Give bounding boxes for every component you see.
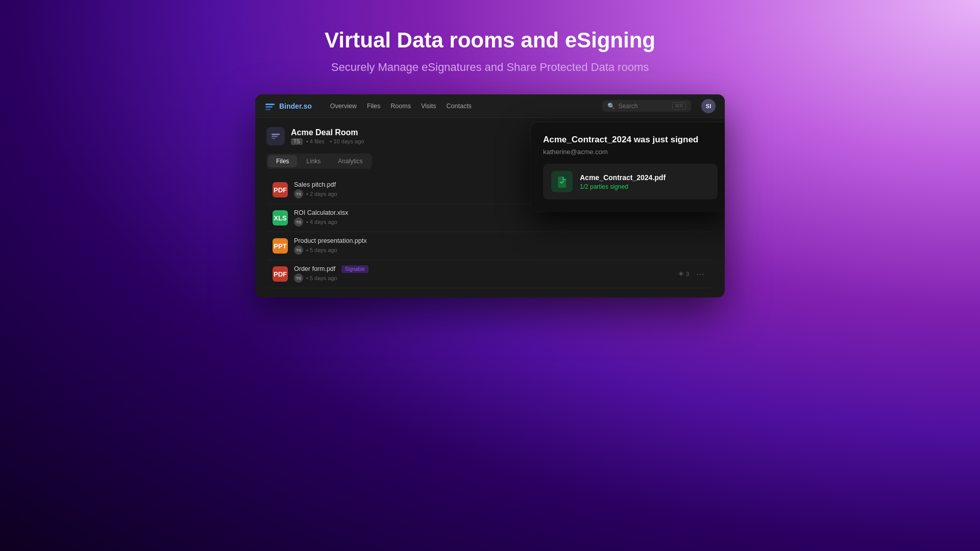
tab-files[interactable]: Files [268,155,297,167]
nav-links: Overview Files Rooms Visits Contacts [326,101,593,112]
nav-avatar[interactable]: SI [701,99,716,113]
nav-bar: Binder.so Overview Files Rooms Visits Co… [255,94,725,118]
nav-contacts[interactable]: Contacts [443,101,476,112]
file-item-signable[interactable]: PDF Order form.pdf Signable TS • 5 days … [266,260,714,288]
pdf-icon: PDF [273,266,288,282]
room-details: Acme Deal Room TS • 4 files • 10 days ag… [291,128,368,144]
notif-file-status: 1/2 parties signed [580,183,666,190]
room-meta: TS • 4 files • 10 days ago [291,138,368,144]
page-subtitle: Securely Manage eSignatures and Share Pr… [331,61,649,74]
nav-files[interactable]: Files [363,101,384,112]
room-icon [266,127,285,145]
room-ts-badge: TS [291,138,303,145]
search-input[interactable] [618,103,669,110]
xlsx-icon: XLS [273,210,288,226]
svg-rect-1 [265,106,273,108]
pptx-icon: PPT [273,238,288,254]
svg-rect-3 [272,134,280,135]
file-time: • 5 days ago [306,247,337,253]
tab-links[interactable]: Links [298,155,329,167]
svg-rect-0 [265,104,275,105]
room-ago: • 10 days ago [330,138,366,144]
nav-search-box[interactable]: 🔍 ⌘K [602,100,691,112]
more-options-button[interactable]: ⋯ [693,268,707,280]
notif-file-info: Acme_Contract_2024.pdf 1/2 parties signe… [580,173,666,190]
notification-email: katherine@acme.com [543,148,718,156]
ts-badge: TS [294,189,303,198]
file-time: • 5 days ago [306,275,337,281]
file-meta: TS • 4 days ago [294,217,707,227]
notif-file-name: Acme_Contract_2024.pdf [580,173,666,182]
file-name: Order form.pdf Signable [294,265,678,272]
file-actions: 👁 3 ⋯ [678,268,707,280]
search-icon: 🔍 [607,103,615,110]
room-files: • 4 files [306,138,327,144]
notification-file-card[interactable]: Acme_Contract_2024.pdf 1/2 parties signe… [543,164,718,199]
nav-rooms[interactable]: Rooms [386,101,415,112]
svg-rect-2 [265,109,271,110]
svg-rect-4 [272,136,278,137]
search-kbd: ⌘K [672,102,686,110]
app-window: Binder.so Overview Files Rooms Visits Co… [255,94,725,297]
page-title: Virtual Data rooms and eSigning [325,28,655,53]
signable-badge: Signable [341,265,369,273]
pdf-icon: PDF [273,182,288,197]
logo-area[interactable]: Binder.so [264,101,312,112]
file-item[interactable]: PPT Product presentation.pptx TS • 5 day… [266,232,714,260]
logo-icon [264,101,276,112]
file-name: Product presentation.pptx [294,237,707,244]
svg-rect-5 [272,138,276,139]
nav-visits[interactable]: Visits [417,101,440,112]
ts-badge: TS [294,273,303,283]
view-number: 3 [686,271,689,277]
ts-badge: TS [294,245,303,255]
ts-badge: TS [294,217,303,227]
room-info: Acme Deal Room TS • 4 files • 10 days ag… [266,127,368,145]
file-details: Product presentation.pptx TS • 5 days ag… [294,237,707,255]
notif-file-icon [551,171,573,192]
eye-icon: 👁 [678,271,684,277]
notification-title: Acme_Contract_2024 was just signed [543,135,718,145]
nav-overview[interactable]: Overview [326,101,361,112]
file-details: Order form.pdf Signable TS • 5 days ago [294,265,678,283]
tab-bar: Files Links Analytics [266,154,372,169]
file-meta: TS • 5 days ago [294,273,678,283]
view-count: 👁 3 [678,271,689,277]
notification-popup: Acme_Contract_2024 was just signed kathe… [531,122,725,212]
file-meta: TS • 5 days ago [294,245,707,255]
room-name: Acme Deal Room [291,128,368,137]
tab-analytics[interactable]: Analytics [330,155,371,167]
file-time: • 4 days ago [306,219,337,225]
logo-text: Binder.so [279,102,312,110]
file-time: • 2 days ago [306,191,337,197]
file-details: ROI Calculator.xlsx TS • 4 days ago [294,209,707,227]
